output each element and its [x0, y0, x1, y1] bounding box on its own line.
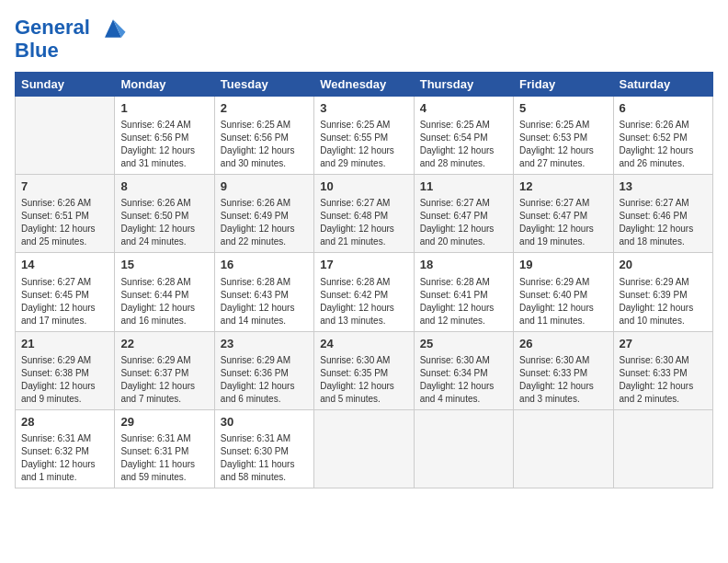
logo: General Blue	[15, 15, 127, 63]
calendar-day-cell: 13Sunrise: 6:27 AM Sunset: 6:46 PM Dayli…	[613, 175, 712, 253]
day-number: 13	[620, 178, 707, 195]
calendar-day-cell: 26Sunrise: 6:30 AM Sunset: 6:33 PM Dayli…	[514, 331, 613, 409]
calendar-day-cell: 10Sunrise: 6:27 AM Sunset: 6:48 PM Dayli…	[314, 175, 414, 253]
calendar-day-cell: 1Sunrise: 6:24 AM Sunset: 6:56 PM Daylig…	[115, 97, 214, 175]
calendar-day-cell: 12Sunrise: 6:27 AM Sunset: 6:47 PM Dayli…	[514, 175, 613, 253]
day-info: Sunrise: 6:27 AM Sunset: 6:47 PM Dayligh…	[519, 197, 607, 248]
day-number: 18	[420, 257, 507, 273]
day-number: 23	[221, 336, 308, 352]
day-number: 8	[120, 178, 208, 195]
day-info: Sunrise: 6:25 AM Sunset: 6:54 PM Dayligh…	[420, 119, 507, 170]
calendar-table: SundayMondayTuesdayWednesdayThursdayFrid…	[15, 72, 713, 488]
day-info: Sunrise: 6:26 AM Sunset: 6:49 PM Dayligh…	[221, 197, 308, 248]
day-info: Sunrise: 6:30 AM Sunset: 6:35 PM Dayligh…	[320, 354, 407, 406]
calendar-day-cell: 11Sunrise: 6:27 AM Sunset: 6:47 PM Dayli…	[414, 175, 513, 253]
calendar-week-row: 14Sunrise: 6:27 AM Sunset: 6:45 PM Dayli…	[16, 253, 713, 331]
day-info: Sunrise: 6:31 AM Sunset: 6:30 PM Dayligh…	[221, 432, 308, 484]
day-number: 19	[519, 257, 607, 273]
calendar-day-cell: 9Sunrise: 6:26 AM Sunset: 6:49 PM Daylig…	[214, 175, 313, 253]
day-info: Sunrise: 6:31 AM Sunset: 6:32 PM Dayligh…	[21, 432, 108, 484]
day-info: Sunrise: 6:28 AM Sunset: 6:42 PM Dayligh…	[320, 276, 407, 327]
day-number: 2	[221, 100, 308, 117]
day-info: Sunrise: 6:30 AM Sunset: 6:33 PM Dayligh…	[620, 354, 707, 406]
calendar-body: 1Sunrise: 6:24 AM Sunset: 6:56 PM Daylig…	[16, 97, 713, 488]
weekday-header-cell: Saturday	[613, 73, 712, 97]
day-info: Sunrise: 6:30 AM Sunset: 6:33 PM Dayligh…	[519, 354, 607, 406]
day-info: Sunrise: 6:26 AM Sunset: 6:50 PM Dayligh…	[120, 197, 208, 248]
calendar-day-cell: 23Sunrise: 6:29 AM Sunset: 6:36 PM Dayli…	[214, 331, 313, 409]
page-header: General Blue	[15, 15, 713, 63]
calendar-day-cell: 29Sunrise: 6:31 AM Sunset: 6:31 PM Dayli…	[115, 409, 214, 488]
calendar-day-cell	[16, 97, 115, 175]
weekday-header-row: SundayMondayTuesdayWednesdayThursdayFrid…	[16, 73, 713, 97]
day-number: 11	[420, 178, 507, 195]
calendar-day-cell: 5Sunrise: 6:25 AM Sunset: 6:53 PM Daylig…	[514, 97, 613, 175]
day-number: 30	[221, 414, 308, 431]
day-number: 22	[120, 336, 208, 352]
calendar-day-cell: 17Sunrise: 6:28 AM Sunset: 6:42 PM Dayli…	[314, 253, 414, 331]
calendar-day-cell: 27Sunrise: 6:30 AM Sunset: 6:33 PM Dayli…	[613, 331, 712, 409]
day-info: Sunrise: 6:29 AM Sunset: 6:36 PM Dayligh…	[221, 354, 308, 406]
calendar-day-cell	[613, 409, 712, 488]
calendar-day-cell: 8Sunrise: 6:26 AM Sunset: 6:50 PM Daylig…	[115, 175, 214, 253]
day-info: Sunrise: 6:26 AM Sunset: 6:51 PM Dayligh…	[21, 197, 108, 248]
day-info: Sunrise: 6:28 AM Sunset: 6:41 PM Dayligh…	[420, 276, 507, 327]
weekday-header-cell: Wednesday	[314, 73, 414, 97]
day-info: Sunrise: 6:24 AM Sunset: 6:56 PM Dayligh…	[120, 119, 208, 170]
day-info: Sunrise: 6:29 AM Sunset: 6:38 PM Dayligh…	[21, 354, 108, 406]
day-number: 14	[21, 257, 108, 273]
day-number: 5	[519, 100, 607, 117]
day-info: Sunrise: 6:31 AM Sunset: 6:31 PM Dayligh…	[120, 432, 208, 484]
day-number: 20	[620, 257, 707, 273]
day-info: Sunrise: 6:29 AM Sunset: 6:39 PM Dayligh…	[620, 276, 707, 327]
calendar-day-cell: 21Sunrise: 6:29 AM Sunset: 6:38 PM Dayli…	[16, 331, 115, 409]
day-number: 10	[320, 178, 407, 195]
calendar-day-cell: 20Sunrise: 6:29 AM Sunset: 6:39 PM Dayli…	[613, 253, 712, 331]
day-info: Sunrise: 6:25 AM Sunset: 6:55 PM Dayligh…	[320, 119, 407, 170]
day-number: 29	[120, 414, 208, 431]
day-info: Sunrise: 6:25 AM Sunset: 6:53 PM Dayligh…	[519, 119, 607, 170]
day-info: Sunrise: 6:27 AM Sunset: 6:45 PM Dayligh…	[21, 276, 108, 327]
day-info: Sunrise: 6:26 AM Sunset: 6:52 PM Dayligh…	[620, 119, 707, 170]
weekday-header-cell: Thursday	[414, 73, 513, 97]
calendar-week-row: 21Sunrise: 6:29 AM Sunset: 6:38 PM Dayli…	[16, 331, 713, 409]
calendar-day-cell: 15Sunrise: 6:28 AM Sunset: 6:44 PM Dayli…	[115, 253, 214, 331]
weekday-header-cell: Tuesday	[214, 73, 313, 97]
calendar-week-row: 1Sunrise: 6:24 AM Sunset: 6:56 PM Daylig…	[16, 97, 713, 175]
day-number: 24	[320, 336, 407, 352]
day-info: Sunrise: 6:28 AM Sunset: 6:43 PM Dayligh…	[221, 276, 308, 327]
calendar-day-cell: 22Sunrise: 6:29 AM Sunset: 6:37 PM Dayli…	[115, 331, 214, 409]
weekday-header-cell: Sunday	[16, 73, 115, 97]
day-number: 6	[620, 100, 707, 117]
day-number: 1	[120, 100, 208, 117]
day-info: Sunrise: 6:27 AM Sunset: 6:48 PM Dayligh…	[320, 197, 407, 248]
day-number: 15	[120, 257, 208, 273]
calendar-day-cell: 28Sunrise: 6:31 AM Sunset: 6:32 PM Dayli…	[16, 409, 115, 488]
day-number: 9	[221, 178, 308, 195]
calendar-day-cell: 24Sunrise: 6:30 AM Sunset: 6:35 PM Dayli…	[314, 331, 414, 409]
weekday-header-cell: Friday	[514, 73, 613, 97]
day-number: 17	[320, 257, 407, 273]
day-info: Sunrise: 6:29 AM Sunset: 6:40 PM Dayligh…	[519, 276, 607, 327]
calendar-day-cell: 4Sunrise: 6:25 AM Sunset: 6:54 PM Daylig…	[414, 97, 513, 175]
calendar-day-cell: 25Sunrise: 6:30 AM Sunset: 6:34 PM Dayli…	[414, 331, 513, 409]
calendar-day-cell: 30Sunrise: 6:31 AM Sunset: 6:30 PM Dayli…	[214, 409, 313, 488]
calendar-day-cell: 19Sunrise: 6:29 AM Sunset: 6:40 PM Dayli…	[514, 253, 613, 331]
day-number: 7	[21, 178, 108, 195]
day-number: 4	[420, 100, 507, 117]
calendar-day-cell: 2Sunrise: 6:25 AM Sunset: 6:56 PM Daylig…	[214, 97, 313, 175]
day-number: 21	[21, 336, 108, 352]
day-info: Sunrise: 6:28 AM Sunset: 6:44 PM Dayligh…	[120, 276, 208, 327]
day-info: Sunrise: 6:30 AM Sunset: 6:34 PM Dayligh…	[420, 354, 507, 406]
calendar-day-cell: 18Sunrise: 6:28 AM Sunset: 6:41 PM Dayli…	[414, 253, 513, 331]
calendar-day-cell: 14Sunrise: 6:27 AM Sunset: 6:45 PM Dayli…	[16, 253, 115, 331]
day-number: 26	[519, 336, 607, 352]
day-number: 16	[221, 257, 308, 273]
calendar-day-cell: 3Sunrise: 6:25 AM Sunset: 6:55 PM Daylig…	[314, 97, 414, 175]
day-number: 12	[519, 178, 607, 195]
calendar-day-cell	[414, 409, 513, 488]
calendar-day-cell	[314, 409, 414, 488]
calendar-week-row: 28Sunrise: 6:31 AM Sunset: 6:32 PM Dayli…	[16, 409, 713, 488]
calendar-week-row: 7Sunrise: 6:26 AM Sunset: 6:51 PM Daylig…	[16, 175, 713, 253]
day-info: Sunrise: 6:27 AM Sunset: 6:46 PM Dayligh…	[620, 197, 707, 248]
